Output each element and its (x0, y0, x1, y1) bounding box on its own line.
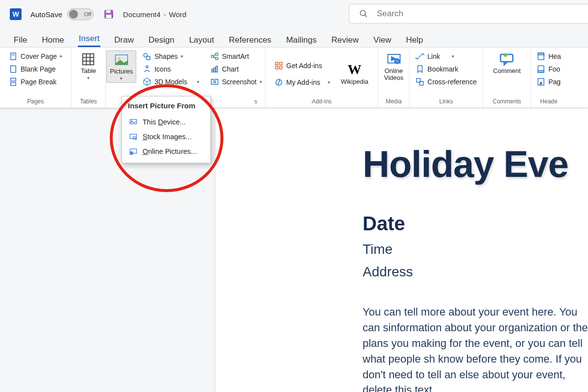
tab-file[interactable]: File (13, 33, 28, 47)
insert-picture-dropdown: Insert Picture From This Device... Stock… (122, 96, 211, 163)
page-break-icon (9, 77, 18, 86)
svg-point-36 (394, 59, 399, 64)
svg-point-29 (214, 81, 216, 83)
document-title: Document4-Word (123, 10, 186, 19)
blank-page-button[interactable]: Blank Page (6, 63, 65, 75)
doc-date-heading[interactable]: Date (363, 213, 588, 235)
svg-rect-5 (11, 53, 16, 60)
tab-insert[interactable]: Insert (78, 32, 101, 47)
svg-rect-25 (212, 69, 213, 72)
links-group-label: Links (414, 97, 479, 107)
svg-rect-8 (11, 78, 16, 81)
cover-page-button[interactable]: Cover Page▾ (6, 50, 65, 62)
cover-page-icon (9, 52, 18, 61)
page-number-button[interactable]: # Pag (534, 76, 564, 88)
comment-button[interactable]: Comment (490, 50, 523, 76)
save-icon[interactable] (103, 9, 114, 20)
page-num-icon: # (537, 77, 545, 86)
document-page[interactable]: Holiday Eve Date Time Address You can te… (216, 108, 588, 392)
cube-icon (143, 77, 151, 86)
svg-text:#: # (540, 82, 542, 85)
ribbon-tabs: File Home Insert Draw Design Layout Refe… (0, 28, 588, 47)
wikipedia-icon: W (348, 62, 362, 77)
svg-rect-28 (211, 79, 218, 85)
tables-group-label: Tables (75, 97, 101, 107)
svg-point-3 (360, 10, 366, 16)
svg-rect-27 (216, 66, 218, 72)
shapes-button[interactable]: Shapes▾ (140, 50, 202, 62)
tab-design[interactable]: Design (147, 33, 175, 47)
svg-rect-33 (280, 66, 282, 69)
search-icon (359, 9, 368, 18)
online-videos-button[interactable]: Online Videos (381, 50, 407, 83)
bookmark-icon (416, 65, 424, 74)
screenshot-button[interactable]: Screenshot▾ (208, 76, 265, 88)
svg-rect-22 (216, 57, 218, 60)
menuitem-this-device[interactable]: This Device... (122, 115, 210, 129)
crossref-icon (416, 77, 424, 86)
tab-mailings[interactable]: Mailings (285, 33, 318, 47)
store-icon (274, 61, 283, 70)
doc-address[interactable]: Address (363, 264, 588, 280)
cross-reference-button[interactable]: Cross-reference (413, 76, 479, 88)
svg-rect-2 (106, 15, 112, 18)
tab-draw[interactable]: Draw (113, 33, 135, 47)
my-addins-button[interactable]: My Add-ins ▾ (272, 76, 333, 88)
smartart-button[interactable]: SmartArt (208, 50, 265, 62)
chart-button[interactable]: Chart (208, 63, 265, 75)
dropdown-header: Insert Picture From (122, 100, 210, 115)
svg-rect-18 (147, 56, 150, 60)
headerfooter-group-label: Heade (535, 97, 563, 107)
footer-button[interactable]: Foo (534, 63, 564, 75)
get-addins-button[interactable]: Get Add-ins (272, 60, 333, 72)
word-app-icon: W (10, 8, 22, 20)
table-icon (81, 52, 96, 67)
chart-icon (210, 65, 219, 74)
tab-layout[interactable]: Layout (188, 33, 215, 47)
autosave-toggle[interactable]: Off (67, 8, 94, 20)
device-icon (129, 118, 138, 126)
svg-rect-10 (83, 54, 94, 65)
doc-body-text[interactable]: You can tell more about your event here.… (363, 304, 588, 392)
svg-rect-9 (11, 83, 16, 86)
svg-rect-45 (538, 71, 544, 73)
pictures-button[interactable]: Pictures▾ (106, 50, 136, 83)
tab-view[interactable]: View (372, 33, 392, 47)
puzzle-icon (274, 78, 283, 87)
icons-button[interactable]: Icons (140, 63, 202, 75)
menuitem-online-pictures[interactable]: Online Pictures... (122, 144, 210, 159)
doc-time[interactable]: Time (363, 242, 588, 257)
screenshot-icon (210, 77, 219, 86)
link-icon (416, 52, 424, 61)
svg-rect-43 (538, 53, 544, 55)
tab-references[interactable]: References (228, 33, 272, 47)
header-icon (537, 52, 545, 61)
svg-rect-32 (276, 66, 278, 69)
search-input[interactable] (377, 9, 579, 19)
shapes-icon (143, 52, 151, 61)
tab-help[interactable]: Help (405, 33, 424, 47)
tab-review[interactable]: Review (330, 33, 360, 47)
tab-home[interactable]: Home (41, 33, 65, 47)
svg-rect-31 (280, 62, 282, 65)
link-button[interactable]: Link ▾ (413, 50, 479, 62)
table-button[interactable]: Table▾ (78, 50, 99, 82)
header-button[interactable]: Hea (534, 50, 564, 62)
page-break-button[interactable]: Page Break (6, 76, 65, 88)
svg-line-4 (365, 15, 367, 17)
3d-models-button[interactable]: 3D Models ▾ (140, 76, 202, 88)
svg-rect-30 (276, 62, 278, 65)
menuitem-stock-images[interactable]: Stock Images... (122, 129, 210, 144)
ribbon: Cover Page▾ Blank Page Page Break Pages … (0, 47, 588, 108)
bookmark-button[interactable]: Bookmark (413, 63, 479, 75)
wikipedia-button[interactable]: W Wikipedia (338, 60, 371, 87)
doc-heading[interactable]: Holiday Eve (363, 143, 588, 185)
svg-rect-7 (11, 66, 16, 73)
search-box[interactable] (349, 4, 588, 24)
addins-group-label: Add-ins (270, 97, 374, 107)
svg-rect-1 (106, 10, 111, 13)
comment-icon (499, 52, 514, 67)
video-icon (387, 52, 401, 67)
svg-rect-21 (216, 53, 218, 55)
svg-point-19 (146, 66, 148, 68)
